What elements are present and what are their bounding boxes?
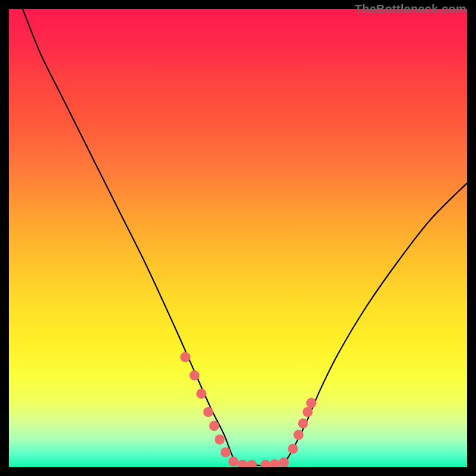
marker-group: [180, 352, 317, 467]
curve-line: [23, 9, 467, 465]
data-marker: [293, 430, 303, 440]
data-marker: [237, 460, 248, 467]
plot-area: [9, 9, 467, 467]
data-marker: [261, 460, 271, 467]
data-marker: [203, 407, 213, 417]
data-marker: [180, 352, 190, 362]
watermark-text: TheBottleneck.com: [355, 2, 466, 16]
data-marker: [270, 459, 280, 467]
data-marker: [288, 444, 298, 454]
data-marker: [306, 398, 317, 408]
data-marker: [215, 434, 225, 444]
data-marker: [196, 389, 206, 399]
chart-overlay: [9, 9, 467, 467]
data-marker: [209, 421, 219, 431]
data-marker: [247, 460, 257, 467]
data-marker: [279, 458, 289, 467]
data-marker: [221, 447, 231, 458]
chart-frame: TheBottleneck.com: [0, 0, 476, 476]
data-marker: [303, 407, 313, 417]
data-marker: [189, 371, 199, 381]
data-marker: [298, 418, 308, 428]
data-marker: [228, 456, 239, 466]
